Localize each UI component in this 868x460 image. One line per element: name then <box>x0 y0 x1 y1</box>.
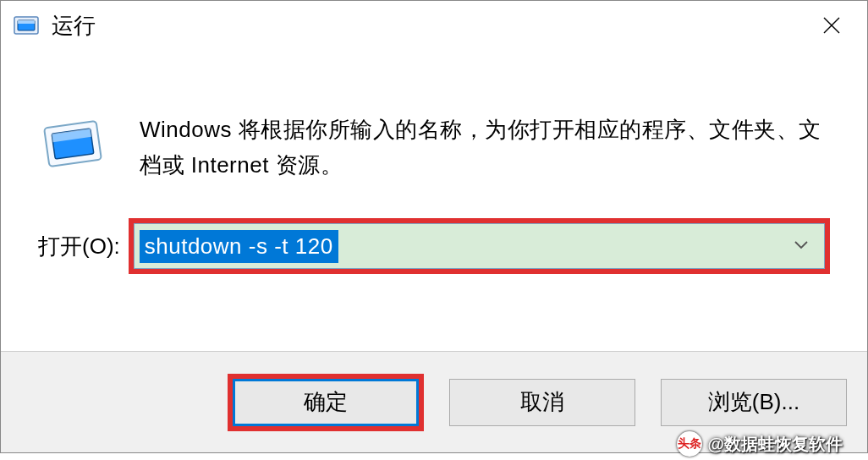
open-label: 打开(O): <box>38 232 120 261</box>
content-area: Windows 将根据你所输入的名称，为你打开相应的程序、文件夹、文档或 Int… <box>1 50 867 351</box>
close-button[interactable] <box>813 7 850 44</box>
run-dialog-icon <box>13 12 40 39</box>
run-large-icon <box>38 116 107 172</box>
watermark-text: @数据蛙恢复软件 <box>707 433 843 456</box>
ok-button[interactable]: 确定 <box>233 379 419 426</box>
watermark: 头条 @数据蛙恢复软件 <box>677 431 843 457</box>
browse-button[interactable]: 浏览(B)... <box>661 379 847 426</box>
svg-rect-2 <box>18 20 35 24</box>
open-input-value: shutdown -s -t 120 <box>140 230 338 263</box>
input-highlight-frame: shutdown -s -t 120 <box>129 218 830 274</box>
watermark-badge: 头条 <box>677 431 702 457</box>
close-icon <box>821 15 842 36</box>
dropdown-arrow-icon[interactable] <box>794 238 809 254</box>
open-combobox[interactable]: shutdown -s -t 120 <box>134 223 825 269</box>
open-input-row: 打开(O): shutdown -s -t 120 <box>38 218 830 274</box>
description-text: Windows 将根据你所输入的名称，为你打开相应的程序、文件夹、文档或 Int… <box>140 112 830 183</box>
description-row: Windows 将根据你所输入的名称，为你打开相应的程序、文件夹、文档或 Int… <box>38 112 830 183</box>
window-title: 运行 <box>52 11 813 41</box>
cancel-button[interactable]: 取消 <box>449 379 635 426</box>
run-dialog-window: 运行 Windows 将根据你所输入的名称，为你打开相应的程序、文件夹、文档或 … <box>0 0 868 453</box>
title-bar: 运行 <box>1 1 867 50</box>
ok-highlight-frame: 确定 <box>228 374 424 431</box>
